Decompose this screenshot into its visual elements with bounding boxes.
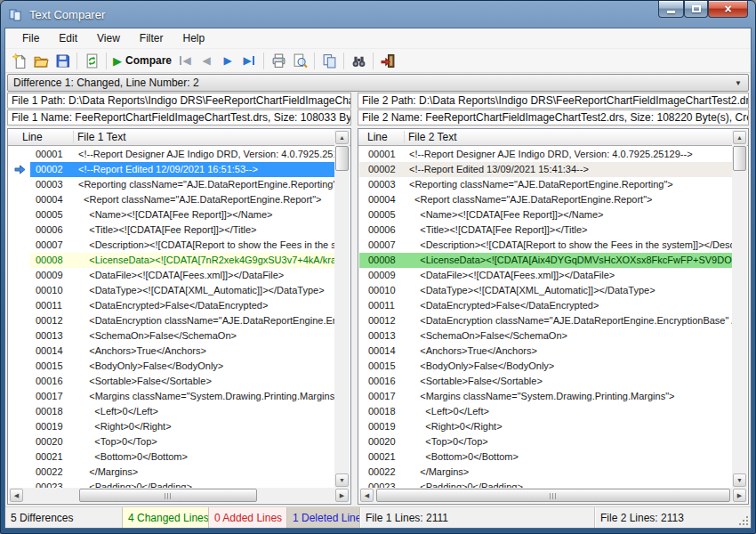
diff-row[interactable]: 00006 <Title><![CDATA[Fee Report]]></Tit… [359,222,732,238]
compare-button[interactable]: ▶ Compare [110,51,174,71]
diff-row[interactable]: 00002<!--Report Edited 12/09/2021 16:51:… [9,162,334,177]
diff-row[interactable]: 00021 <Bottom>0</Bottom> [359,449,732,465]
scroll-left-icon[interactable]: ◀ [360,489,374,502]
scroll-right-icon[interactable]: ▶ [335,489,349,502]
open-file-button[interactable] [30,51,52,71]
diff-row[interactable]: 00001<!--Report Designer AJE Indigo DRD,… [9,147,334,162]
window-title: Text Comparer [29,8,105,21]
maximize-button[interactable] [684,1,708,18]
diff-row[interactable]: 00018 <Left>0</Left> [9,404,334,419]
scroll-left-icon[interactable]: ◀ [10,489,23,502]
diff-row[interactable]: 00016 <Sortable>False</Sortable> [9,374,334,389]
line-text: <Left>0</Left> [75,404,334,419]
diff-row[interactable]: 00023 <Padding>0</Padding> [9,480,334,488]
diff-row[interactable]: 00020 <Top>0</Top> [9,434,334,449]
scrollbar-thumb[interactable] [335,146,349,171]
diff-row[interactable]: 00015 <BodyOnly>False</BodyOnly> [359,359,732,374]
diff-row[interactable]: 00022 </Margins> [359,465,732,480]
new-file-button[interactable] [9,51,30,71]
first-difference-button[interactable]: ◀ [174,51,196,71]
diff-row[interactable]: 00005 <Name><![CDATA[Fee Report]]></Name… [359,207,732,222]
scroll-down-icon[interactable]: ▼ [335,473,349,487]
diff-row[interactable]: 00006 <Title><![CDATA[Fee Report]]></Tit… [9,222,334,238]
diff-row[interactable]: 00003<Reporting className="AJE.DataRepor… [9,177,334,192]
diff-row[interactable]: 00018 <Left>0</Left> [359,404,732,419]
diff-row[interactable]: 00005 <Name><![CDATA[Fee Report]]></Name… [9,207,334,222]
diff-row[interactable]: 00017 <Margins className="System.Drawing… [9,389,334,404]
diff-row[interactable]: 00022 </Margins> [9,465,334,480]
diff-row[interactable]: 00012 <DataEncryption className="AJE.Dat… [359,313,732,328]
menu-file[interactable]: File [12,29,49,47]
diff-row[interactable]: 00007 <Description><![CDATA[Report to sh… [9,238,334,253]
scroll-right-icon[interactable]: ▶ [733,489,746,502]
menu-view[interactable]: View [87,29,130,47]
diff-row[interactable]: 00009 <DataFile><![CDATA[Fees.xml]]></Da… [359,268,732,283]
scrollbar-thumb[interactable] [79,489,257,502]
previous-difference-button[interactable]: ◀ [196,51,217,71]
line-number: 00016 [30,374,75,389]
diff-row[interactable]: 00019 <Right>0</Right> [359,419,732,434]
exit-button[interactable] [377,51,398,71]
diff-row[interactable]: 00008 <LicenseData><![CDATA[Aix4DYGqDMVs… [359,253,732,268]
diff-row[interactable]: 00007 <Description><![CDATA[Report to sh… [359,238,732,253]
diff-row[interactable]: 00009 <DataFile><![CDATA[Fees.xml]]></Da… [9,268,334,283]
diff-row[interactable]: 00011 <DataEncrypted>False</DataEncrypte… [9,298,334,313]
menu-help[interactable]: Help [173,29,215,47]
menu-edit[interactable]: Edit [49,29,87,47]
diff-row[interactable]: 00003<Reporting className="AJE.DataRepor… [359,177,732,192]
line-number: 00008 [359,253,406,268]
diff-row[interactable]: 00020 <Top>0</Top> [359,434,732,449]
scroll-up-icon[interactable]: ▲ [335,131,349,144]
diff-row[interactable]: 00013 <SchemaOn>False</SchemaOn> [9,328,334,344]
file2-vertical-scrollbar[interactable]: ▲ ▼ [732,130,747,488]
diff-row[interactable]: 00023 <Padding>0</Padding> [359,480,732,488]
find-button[interactable] [348,51,369,71]
line-column-header[interactable]: Line [358,131,405,143]
copy-button[interactable] [318,51,340,71]
diff-row[interactable]: 00001<!--Report Designer AJE Indigo DRD,… [359,147,732,162]
scrollbar-thumb[interactable] [733,146,746,171]
line-column-header[interactable]: Line [8,131,74,143]
diff-row[interactable]: 00021 <Bottom>0</Bottom> [9,449,334,465]
diff-row[interactable]: 00008 <LicenseData><![CDATA[7nR2xek4G9gx… [9,253,334,268]
difference-selector[interactable]: Difference 1: Changed, Line Number: 2 ▼ [7,74,749,92]
save-file-button[interactable] [52,51,73,71]
print-button[interactable] [268,51,289,71]
scrollbar-thumb[interactable] [376,489,730,502]
close-button[interactable]: × [708,1,748,18]
print-preview-button[interactable] [289,51,310,71]
diff-row[interactable]: 00010 <DataType><![CDATA[XML_Automatic]]… [359,283,732,298]
file1-vertical-scrollbar[interactable]: ▲ ▼ [334,130,350,488]
diff-row[interactable]: 00004 <Report className="AJE.DataReportE… [359,192,732,207]
file2-text-column-header[interactable]: File 2 Text [405,131,748,143]
scrollbar-track[interactable] [24,488,334,503]
diff-row[interactable]: 00012 <DataEncryption className="AJE.Dat… [9,313,334,328]
diff-row[interactable]: 00014 <Anchors>True</Anchors> [9,344,334,359]
line-number: 00010 [359,283,406,298]
line-number: 00020 [359,434,406,449]
diff-row[interactable]: 00004 <Report className="AJE.DataReportE… [9,192,334,207]
minimize-button[interactable] [658,1,684,18]
line-number: 00019 [359,419,406,434]
diff-row[interactable]: 00013 <SchemaOn>False</SchemaOn> [359,328,732,344]
scroll-down-icon[interactable]: ▼ [733,473,746,487]
next-difference-button[interactable]: ▶ [217,51,238,71]
diff-row[interactable]: 00015 <BodyOnly>False</BodyOnly> [9,359,334,374]
diff-row[interactable]: 00017 <Margins className="System.Drawing… [359,389,732,404]
diff-row[interactable]: 00002<!--Report Edited 13/09/2021 15:41:… [359,162,732,177]
file1-text-column-header[interactable]: File 1 Text [74,131,350,143]
last-difference-button[interactable]: ▶ [238,51,260,71]
resize-grip[interactable] [738,515,749,526]
diff-row[interactable]: 00016 <Sortable>False</Sortable> [359,374,732,389]
diff-row[interactable]: 00019 <Right>0</Right> [9,419,334,434]
scrollbar-track[interactable] [374,488,732,503]
diff-row[interactable]: 00010 <DataType><![CDATA[XML_Automatic]]… [9,283,334,298]
menu-filter[interactable]: Filter [130,29,173,47]
diff-row[interactable]: 00014 <Anchors>True</Anchors> [359,344,732,359]
file1-horizontal-scrollbar[interactable]: ◀ ▶ [9,488,350,503]
diff-row[interactable]: 00011 <DataEncrypted>False</DataEncrypte… [359,298,732,313]
scroll-up-icon[interactable]: ▲ [733,131,746,144]
file2-horizontal-scrollbar[interactable]: ◀ ▶ [359,488,747,503]
line-number: 00009 [359,268,406,283]
refresh-button[interactable] [81,51,102,71]
